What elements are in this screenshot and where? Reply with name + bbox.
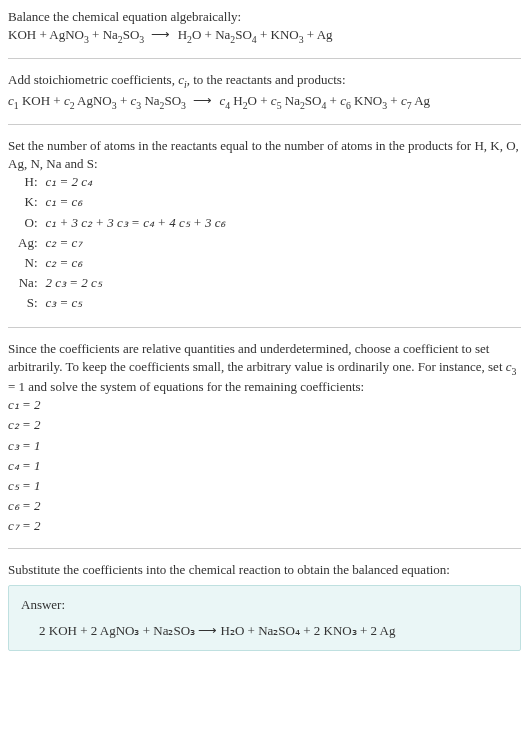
eq-part: SO <box>123 27 140 42</box>
arrow-icon: ⟶ <box>189 93 216 108</box>
term: SO <box>164 93 181 108</box>
term: KNO <box>351 93 382 108</box>
eq-part: + Na <box>89 27 118 42</box>
term: + <box>387 93 401 108</box>
c3-sub: 3 <box>512 365 517 376</box>
text-part: , to the reactants and products: <box>187 72 346 87</box>
divider <box>8 548 521 549</box>
text-part: Add stoichiometric coefficients, <box>8 72 178 87</box>
atom-balance-text: Set the number of atoms in the reactants… <box>8 137 521 173</box>
element-label: S: <box>14 294 42 314</box>
element-label: Ag: <box>14 234 42 254</box>
solve-text: Since the coefficients are relative quan… <box>8 340 521 397</box>
text-part: = 1 and solve the system of equations fo… <box>8 379 364 394</box>
element-label: Na: <box>14 274 42 294</box>
term: SO <box>305 93 322 108</box>
stoich-equation: c1 KOH + c2 AgNO3 + c3 Na2SO3 ⟶ c4 H2O +… <box>8 92 521 112</box>
intro-section: Balance the chemical equation algebraica… <box>8 8 521 46</box>
coef-line: c₁ = 2 <box>8 396 521 414</box>
substitute-text: Substitute the coefficients into the che… <box>8 561 521 579</box>
element-label: O: <box>14 214 42 234</box>
eq-part: KOH + AgNO <box>8 27 84 42</box>
term: Ag <box>412 93 430 108</box>
eq-part: + Ag <box>304 27 333 42</box>
element-label: H: <box>14 173 42 193</box>
term: AgNO <box>75 93 112 108</box>
text-part: Since the coefficients are relative quan… <box>8 341 506 374</box>
term: + <box>117 93 131 108</box>
balanced-equation: 2 KOH + 2 AgNO₃ + Na₂SO₃ ⟶ H₂O + Na₂SO₄ … <box>21 622 508 640</box>
term: Na <box>282 93 300 108</box>
stoich-text: Add stoichiometric coefficients, ci, to … <box>8 71 521 91</box>
balance-eq: 2 c₃ = 2 c₅ <box>42 274 230 294</box>
divider <box>8 124 521 125</box>
balance-eq: c₂ = c₆ <box>42 254 230 274</box>
table-row: Ag:c₂ = c₇ <box>14 234 229 254</box>
sub-3: 3 <box>139 34 144 45</box>
coef-line: c₇ = 2 <box>8 517 521 535</box>
coef-line: c₄ = 1 <box>8 457 521 475</box>
element-label: K: <box>14 193 42 213</box>
term: H <box>230 93 243 108</box>
eq-part: H <box>178 27 187 42</box>
table-row: Na:2 c₃ = 2 c₅ <box>14 274 229 294</box>
table-row: H:c₁ = 2 c₄ <box>14 173 229 193</box>
balance-eq: c₁ = c₆ <box>42 193 230 213</box>
balance-eq: c₁ + 3 c₂ + 3 c₃ = c₄ + 4 c₅ + 3 c₆ <box>42 214 230 234</box>
intro-text: Balance the chemical equation algebraica… <box>8 8 521 26</box>
substitute-section: Substitute the coefficients into the che… <box>8 561 521 652</box>
eq-part: O + Na <box>192 27 230 42</box>
stoich-section: Add stoichiometric coefficients, ci, to … <box>8 71 521 111</box>
term: Na <box>141 93 159 108</box>
answer-box: Answer: 2 KOH + 2 AgNO₃ + Na₂SO₃ ⟶ H₂O +… <box>8 585 521 651</box>
coef-line: c₃ = 1 <box>8 437 521 455</box>
balance-eq: c₂ = c₇ <box>42 234 230 254</box>
coefficient-list: c₁ = 2 c₂ = 2 c₃ = 1 c₄ = 1 c₅ = 1 c₆ = … <box>8 396 521 535</box>
divider <box>8 58 521 59</box>
table-row: K:c₁ = c₆ <box>14 193 229 213</box>
unbalanced-equation: KOH + AgNO3 + Na2SO3 ⟶ H2O + Na2SO4 + KN… <box>8 26 521 46</box>
atom-balance-table: H:c₁ = 2 c₄ K:c₁ = c₆ O:c₁ + 3 c₂ + 3 c₃… <box>14 173 229 314</box>
solve-section: Since the coefficients are relative quan… <box>8 340 521 536</box>
coef-line: c₅ = 1 <box>8 477 521 495</box>
table-row: N:c₂ = c₆ <box>14 254 229 274</box>
table-row: S:c₃ = c₅ <box>14 294 229 314</box>
table-row: O:c₁ + 3 c₂ + 3 c₃ = c₄ + 4 c₅ + 3 c₆ <box>14 214 229 234</box>
sub-3: 3 <box>181 99 186 110</box>
element-label: N: <box>14 254 42 274</box>
term: O + <box>248 93 271 108</box>
arrow-icon: ⟶ <box>147 27 174 42</box>
eq-part: SO <box>235 27 252 42</box>
balance-eq: c₃ = c₅ <box>42 294 230 314</box>
answer-label: Answer: <box>21 596 508 614</box>
coef-line: c₂ = 2 <box>8 416 521 434</box>
eq-part: + KNO <box>257 27 299 42</box>
atom-balance-section: Set the number of atoms in the reactants… <box>8 137 521 315</box>
divider <box>8 327 521 328</box>
term: KOH + <box>19 93 64 108</box>
coef-line: c₆ = 2 <box>8 497 521 515</box>
balance-eq: c₁ = 2 c₄ <box>42 173 230 193</box>
term: + <box>326 93 340 108</box>
